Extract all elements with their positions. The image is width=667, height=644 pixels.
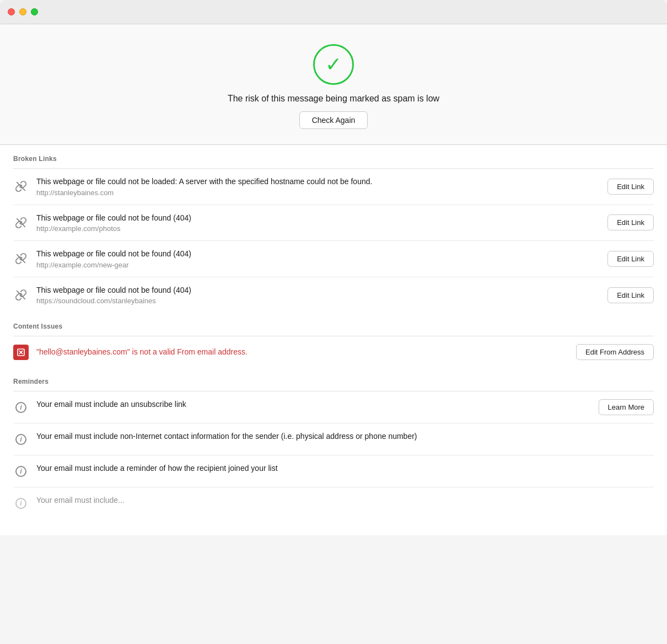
broken-link-content: This webpage or file could not be loaded… [36,176,600,197]
reminder-text: Your email must include... [36,495,654,506]
broken-link-url: http://stanleybaines.com [36,189,600,197]
content-issues-section: Content Issues "hello@stanleybaines.com"… [0,313,667,368]
info-icon: i [13,464,29,479]
link-icon [13,215,29,230]
content-issue-error-text: "hello@stanleybaines.com" is not a valid… [36,347,568,358]
broken-link-action: Edit Link [607,214,654,230]
spam-check-section: ✓ The risk of this message being marked … [0,24,667,145]
reminders-header: Reminders [13,368,654,391]
reminder-item: i Your email must include a reminder of … [13,455,654,487]
svg-line-2 [17,255,25,263]
broken-link-error-text: This webpage or file could not be found … [36,249,600,260]
link-icon [13,251,29,266]
broken-link-content: This webpage or file could not be found … [36,285,600,305]
broken-link-item: This webpage or file could not be loaded… [13,169,654,205]
titlebar [0,0,667,24]
svg-line-1 [17,219,25,227]
error-icon [13,345,29,360]
reminder-item: i Your email must include non-Internet c… [13,423,654,455]
reminder-content: Your email must include an unsubscribe l… [36,399,591,410]
bottom-padding [0,519,667,535]
reminder-text: Your email must include a reminder of ho… [36,463,646,474]
svg-line-3 [17,291,25,299]
edit-link-button[interactable]: Edit Link [607,287,654,303]
content-issue-action: Edit From Address [576,344,654,360]
svg-line-0 [17,183,25,191]
reminder-content: Your email must include non-Internet con… [36,431,646,442]
broken-links-header: Broken Links [13,145,654,169]
check-again-button[interactable]: Check Again [299,111,368,129]
main-content: ✓ The risk of this message being marked … [0,24,667,535]
broken-link-item: This webpage or file could not be found … [13,277,654,313]
broken-link-url: https://soundcloud.com/stanleybaines [36,297,600,305]
checkmark-icon: ✓ [325,55,342,74]
broken-link-content: This webpage or file could not be found … [36,213,600,233]
spam-status-icon: ✓ [313,44,354,85]
broken-link-content: This webpage or file could not be found … [36,249,600,269]
link-icon [13,179,29,194]
close-button[interactable] [8,8,15,15]
info-icon: i [13,400,29,415]
traffic-lights [8,8,38,15]
edit-link-button[interactable]: Edit Link [607,214,654,230]
edit-from-address-button[interactable]: Edit From Address [576,344,654,360]
broken-link-url: http://example.com/new-gear [36,261,600,269]
broken-links-section: Broken Links This webpage or file could … [0,145,667,313]
content-issue-item: "hello@stanleybaines.com" is not a valid… [13,336,654,368]
reminder-content: Your email must include a reminder of ho… [36,463,646,474]
broken-link-item: This webpage or file could not be found … [13,241,654,277]
reminder-text: Your email must include an unsubscribe l… [36,399,591,410]
spam-status-message: The risk of this message being marked as… [228,94,439,104]
broken-link-error-text: This webpage or file could not be found … [36,285,600,296]
content-issue-content: "hello@stanleybaines.com" is not a valid… [36,347,568,358]
broken-link-action: Edit Link [607,287,654,303]
reminder-action: Learn More [599,399,654,415]
reminder-text: Your email must include non-Internet con… [36,431,646,442]
info-icon: i [13,496,29,511]
edit-link-button[interactable]: Edit Link [607,251,654,267]
minimize-button[interactable] [19,8,26,15]
reminder-content: Your email must include... [36,495,654,506]
reminder-item: i Your email must include an unsubscribe… [13,391,654,423]
broken-link-error-text: This webpage or file could not be found … [36,213,600,224]
link-icon [13,287,29,303]
learn-more-button[interactable]: Learn More [599,399,654,415]
maximize-button[interactable] [31,8,38,15]
broken-link-error-text: This webpage or file could not be loaded… [36,176,600,187]
content-issues-header: Content Issues [13,313,654,336]
broken-link-action: Edit Link [607,251,654,267]
reminders-section: Reminders i Your email must include an u… [0,368,667,519]
reminder-item: i Your email must include... [13,487,654,519]
broken-link-action: Edit Link [607,179,654,195]
broken-link-url: http://example.com/photos [36,224,600,233]
info-icon: i [13,432,29,447]
broken-link-item: This webpage or file could not be found … [13,205,654,242]
edit-link-button[interactable]: Edit Link [607,179,654,195]
